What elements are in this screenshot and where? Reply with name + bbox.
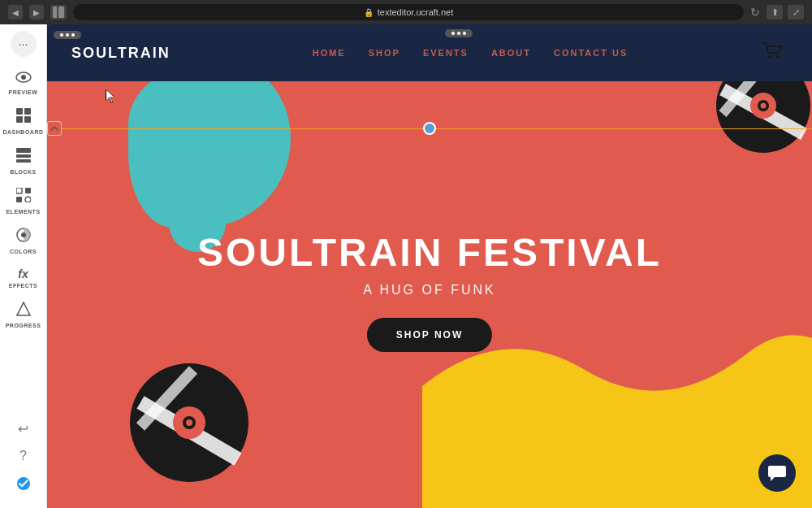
svg-rect-5 bbox=[24, 108, 31, 115]
sidebar-item-elements[interactable]: ELEMENTS bbox=[0, 181, 46, 221]
svg-rect-7 bbox=[24, 116, 31, 123]
main-layout: ··· PREVIEW DASHBOARD bbox=[0, 24, 812, 508]
website-preview: SOULTRAIN HOME SHOP EVENTS ABOUT CONTACT… bbox=[47, 24, 812, 508]
nav-home[interactable]: HOME bbox=[313, 48, 346, 58]
svg-rect-13 bbox=[16, 197, 22, 202]
sidebar-item-colors-label: COLORS bbox=[10, 249, 37, 254]
sidebar-item-elements-label: ELEMENTS bbox=[6, 209, 40, 215]
sidebar-item-blocks[interactable]: BLOCKS bbox=[0, 141, 46, 181]
maximize-button[interactable]: ⤢ bbox=[788, 5, 804, 20]
nav-events[interactable]: EVENTS bbox=[423, 48, 469, 58]
svg-point-3 bbox=[21, 75, 26, 80]
svg-point-26 bbox=[186, 419, 192, 426]
sidebar-item-preview[interactable]: PREVIEW bbox=[0, 63, 46, 102]
sidebar-item-blocks-label: BLOCKS bbox=[10, 169, 37, 175]
browser-chrome: ◀ ▶ 🔒 texteditor.ucraft.net ↻ ⬆ ⤢ bbox=[0, 0, 812, 24]
sidebar-item-dashboard[interactable]: DASHBOARD bbox=[0, 102, 46, 141]
sidebar-item-dashboard-label: DASHBOARD bbox=[3, 129, 44, 135]
sidebar-item-progress-label: PROGRESS bbox=[6, 323, 41, 328]
section-menu-right[interactable] bbox=[445, 29, 473, 37]
svg-point-20 bbox=[776, 55, 780, 59]
hero-content: SOULTRAIN FESTIVAL A HUG OF FUNK SHOP NO… bbox=[197, 230, 662, 352]
nav-about[interactable]: ABOUT bbox=[491, 48, 531, 58]
browser-actions: ⬆ ⤢ bbox=[767, 5, 804, 20]
share-button[interactable]: ⬆ bbox=[767, 5, 783, 20]
check-button[interactable] bbox=[12, 472, 35, 495]
effects-icon: fx bbox=[18, 267, 28, 280]
sidebar-item-progress[interactable]: PROGRESS bbox=[0, 295, 46, 335]
svg-rect-6 bbox=[16, 116, 23, 123]
svg-rect-9 bbox=[16, 154, 31, 158]
svg-point-16 bbox=[21, 232, 26, 237]
canvas-area: SOULTRAIN HOME SHOP EVENTS ABOUT CONTACT… bbox=[47, 24, 812, 508]
url-bar[interactable]: 🔒 texteditor.ucraft.net bbox=[73, 4, 744, 20]
svg-point-19 bbox=[768, 55, 771, 59]
back-button[interactable]: ◀ bbox=[8, 5, 23, 20]
sidebar: ··· PREVIEW DASHBOARD bbox=[0, 24, 47, 508]
hero-title: SOULTRAIN FESTIVAL bbox=[197, 230, 662, 275]
section-menu-left[interactable] bbox=[54, 31, 81, 39]
progress-icon bbox=[16, 302, 31, 320]
svg-rect-8 bbox=[16, 148, 31, 153]
nav-shop[interactable]: SHOP bbox=[369, 48, 400, 58]
colors-icon bbox=[16, 228, 31, 246]
eye-icon bbox=[15, 70, 32, 87]
forward-button[interactable]: ▶ bbox=[29, 5, 44, 20]
dot-3 bbox=[463, 32, 466, 35]
sidebar-item-colors[interactable]: COLORS bbox=[0, 221, 46, 261]
more-dots-icon: ··· bbox=[19, 37, 28, 50]
svg-rect-10 bbox=[16, 159, 31, 163]
svg-rect-4 bbox=[16, 108, 23, 115]
dot-2 bbox=[457, 32, 460, 35]
sidebar-item-preview-label: PREVIEW bbox=[9, 89, 38, 95]
dot-2 bbox=[66, 33, 69, 37]
lock-icon: 🔒 bbox=[364, 8, 374, 17]
more-options-button[interactable]: ··· bbox=[11, 31, 37, 57]
dot-3 bbox=[71, 33, 75, 37]
guide-dot-center bbox=[423, 122, 436, 135]
dot-1 bbox=[451, 32, 455, 35]
elements-icon bbox=[16, 188, 31, 206]
sidebar-bottom: ↩ ? bbox=[12, 417, 35, 501]
nav-contact[interactable]: CONTACT US bbox=[554, 48, 628, 58]
cart-icon[interactable] bbox=[761, 39, 784, 65]
vinyl-record-left bbox=[128, 362, 250, 484]
svg-rect-11 bbox=[16, 188, 22, 193]
undo-button[interactable]: ↩ bbox=[12, 417, 35, 440]
svg-point-14 bbox=[25, 197, 31, 202]
svg-point-32 bbox=[761, 103, 767, 109]
sidebar-item-effects[interactable]: fx EFFECTS bbox=[0, 261, 46, 295]
blocks-icon bbox=[16, 148, 31, 167]
shop-now-button[interactable]: SHOP NOW bbox=[367, 318, 492, 352]
help-button[interactable]: ? bbox=[12, 445, 35, 467]
url-text: texteditor.ucraft.net bbox=[378, 7, 454, 17]
reload-button[interactable]: ↻ bbox=[750, 6, 760, 19]
hero-subtitle: A HUG OF FUNK bbox=[197, 283, 662, 297]
dot-1 bbox=[60, 33, 63, 37]
sidebar-toggle-button[interactable] bbox=[50, 5, 67, 20]
svg-rect-12 bbox=[25, 188, 31, 193]
dashboard-icon bbox=[16, 108, 31, 127]
svg-rect-0 bbox=[53, 7, 57, 18]
svg-marker-17 bbox=[17, 302, 30, 315]
sidebar-item-effects-label: EFFECTS bbox=[9, 283, 37, 289]
section-collapse-handle[interactable] bbox=[47, 121, 62, 136]
svg-rect-1 bbox=[58, 7, 64, 18]
chat-bubble-button[interactable] bbox=[758, 454, 796, 492]
